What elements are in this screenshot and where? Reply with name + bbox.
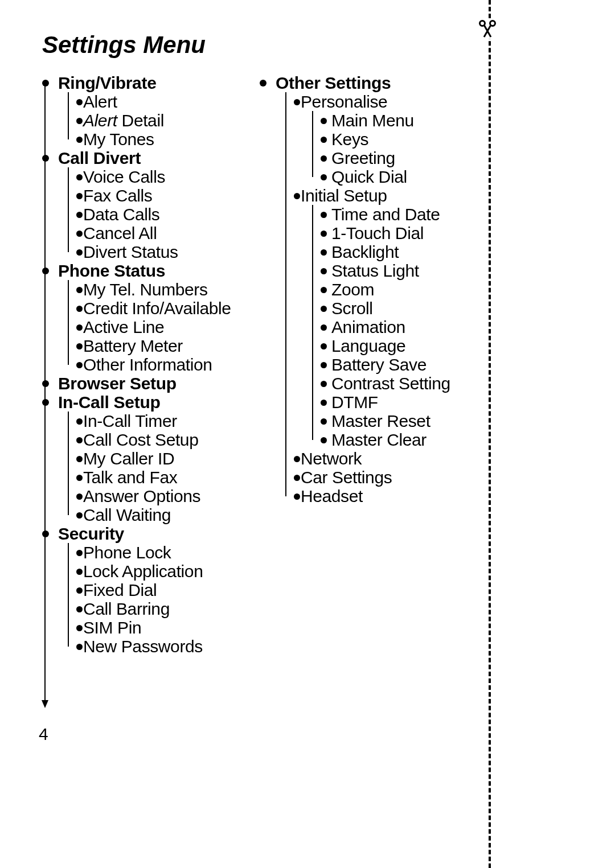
submenu-item: Contrast Setting bbox=[315, 374, 499, 393]
menu-item: Battery Meter bbox=[69, 336, 260, 355]
menu-item-label: Talk and Fax bbox=[83, 468, 260, 487]
section-heading: In-Call Setup bbox=[58, 393, 260, 412]
submenu-item: DTMF bbox=[315, 393, 499, 412]
menu-item-label: In-Call Timer bbox=[83, 412, 260, 430]
section-heading: Ring/Vibrate bbox=[58, 73, 260, 92]
section-heading: Other Settings bbox=[276, 73, 499, 92]
submenu-item: Backlight bbox=[315, 242, 499, 261]
submenu-item-label: Quick Dial bbox=[331, 167, 499, 186]
menu-item: In-Call Timer bbox=[69, 412, 260, 430]
submenu-item: Status Light bbox=[315, 261, 499, 280]
menu-item-label: Active Line bbox=[83, 318, 260, 336]
menu-item-personalise: Personalise Main Menu Keys Greeting Quic… bbox=[287, 92, 499, 186]
submenu-item: Zoom bbox=[315, 280, 499, 299]
menu-item-label: Headset bbox=[301, 487, 499, 505]
submenu-item: Quick Dial bbox=[315, 167, 499, 186]
submenu-item-label: Zoom bbox=[331, 280, 499, 299]
menu-item: Active Line bbox=[69, 318, 260, 336]
menu-item-label: Answer Options bbox=[83, 487, 260, 505]
menu-item: SIM Pin bbox=[69, 618, 260, 637]
menu-item-label: Call Barring bbox=[83, 599, 260, 618]
italic-text: Alert bbox=[83, 111, 117, 130]
submenu-item: Greeting bbox=[315, 149, 499, 167]
menu-item: Fixed Dial bbox=[69, 581, 260, 599]
menu-item-label: Fax Calls bbox=[83, 186, 260, 205]
submenu-item-label: Animation bbox=[331, 318, 499, 336]
cut-line-icon bbox=[489, 0, 491, 868]
menu-item-label: Personalise bbox=[301, 92, 499, 111]
section-phone-status: Phone Status My Tel. Numbers Credit Info… bbox=[42, 261, 260, 374]
menu-item-label: Cancel All bbox=[83, 224, 260, 242]
submenu-item-label: Time and Date bbox=[331, 205, 499, 224]
menu-item: Call Barring bbox=[69, 599, 260, 618]
menu-item: Data Calls bbox=[69, 205, 260, 224]
menu-item: Lock Application bbox=[69, 562, 260, 581]
menu-item: Voice Calls bbox=[69, 167, 260, 186]
section-heading: Phone Status bbox=[58, 261, 260, 280]
submenu-item: Master Clear bbox=[315, 430, 499, 449]
menu-item: Alert Detail bbox=[69, 111, 260, 130]
menu-item-label: My Caller ID bbox=[83, 449, 260, 468]
plain-text: Detail bbox=[117, 111, 164, 130]
menu-item: My Tel. Numbers bbox=[69, 280, 260, 299]
submenu-item-label: Main Menu bbox=[331, 111, 499, 130]
menu-item: Credit Info/Available bbox=[69, 299, 260, 318]
menu-item-label: SIM Pin bbox=[83, 618, 260, 637]
menu-item-label: Credit Info/Available bbox=[83, 299, 260, 318]
menu-item: Divert Status bbox=[69, 242, 260, 261]
menu-item: Talk and Fax bbox=[69, 468, 260, 487]
submenu-item: Animation bbox=[315, 318, 499, 336]
submenu-item: Master Reset bbox=[315, 412, 499, 430]
section-security: Security Phone Lock Lock Application Fix… bbox=[42, 524, 260, 656]
menu-item-label: My Tel. Numbers bbox=[83, 280, 260, 299]
submenu-item-label: 1-Touch Dial bbox=[331, 224, 499, 242]
section-heading: Call Divert bbox=[58, 149, 260, 167]
submenu-item: Language bbox=[315, 336, 499, 355]
menu-item-label: Alert Detail bbox=[83, 111, 260, 130]
menu-item: Call Cost Setup bbox=[69, 430, 260, 449]
submenu-item-label: Contrast Setting bbox=[331, 374, 499, 393]
menu-item-label: Battery Meter bbox=[83, 336, 260, 355]
submenu-item: Keys bbox=[315, 130, 499, 149]
page-number: 4 bbox=[39, 725, 48, 744]
menu-item: Answer Options bbox=[69, 487, 260, 505]
menu-item: My Caller ID bbox=[69, 449, 260, 468]
menu-item-label: Voice Calls bbox=[83, 167, 260, 186]
menu-item-label: Divert Status bbox=[83, 242, 260, 261]
submenu-item: Scroll bbox=[315, 299, 499, 318]
section-heading: Security bbox=[58, 524, 260, 543]
submenu-item: Main Menu bbox=[315, 111, 499, 130]
menu-item-label: My Tones bbox=[83, 130, 260, 149]
submenu-item-label: Status Light bbox=[331, 261, 499, 280]
section-ring-vibrate: Ring/Vibrate Alert Alert Detail My Tones bbox=[42, 73, 260, 149]
menu-item-label: Other Information bbox=[83, 355, 260, 374]
menu-item-label: Alert bbox=[83, 92, 260, 111]
menu-item-label: Data Calls bbox=[83, 205, 260, 224]
submenu-item-label: Greeting bbox=[331, 149, 499, 167]
menu-item: Fax Calls bbox=[69, 186, 260, 205]
section-in-call-setup: In-Call Setup In-Call Timer Call Cost Se… bbox=[42, 393, 260, 524]
submenu-item-label: Master Clear bbox=[331, 430, 499, 449]
menu-item: Phone Lock bbox=[69, 543, 260, 562]
menu-item-label: Phone Lock bbox=[83, 543, 260, 562]
page-title: Settings Menu bbox=[42, 31, 615, 59]
menu-item-label: Lock Application bbox=[83, 562, 260, 581]
content-columns: Ring/Vibrate Alert Alert Detail My Tones… bbox=[42, 73, 615, 656]
menu-item-headset: Headset bbox=[287, 487, 499, 505]
menu-item-car-settings: Car Settings bbox=[287, 468, 499, 487]
section-call-divert: Call Divert Voice Calls Fax Calls Data C… bbox=[42, 149, 260, 261]
menu-item-label: Car Settings bbox=[301, 468, 499, 487]
menu-item: Other Information bbox=[69, 355, 260, 374]
menu-item-label: Initial Setup bbox=[301, 186, 499, 205]
menu-item-label: Call Waiting bbox=[83, 505, 260, 524]
submenu-item-label: Master Reset bbox=[331, 412, 499, 430]
menu-item-label: New Passwords bbox=[83, 637, 260, 656]
menu-item: New Passwords bbox=[69, 637, 260, 656]
menu-item: Alert bbox=[69, 92, 260, 111]
section-heading: Browser Setup bbox=[58, 374, 260, 393]
section-browser-setup: Browser Setup bbox=[42, 374, 260, 393]
menu-item-network: Network bbox=[287, 449, 499, 468]
submenu-item-label: Language bbox=[331, 336, 499, 355]
submenu-item-label: Keys bbox=[331, 130, 499, 149]
submenu-item-label: Battery Save bbox=[331, 355, 499, 374]
